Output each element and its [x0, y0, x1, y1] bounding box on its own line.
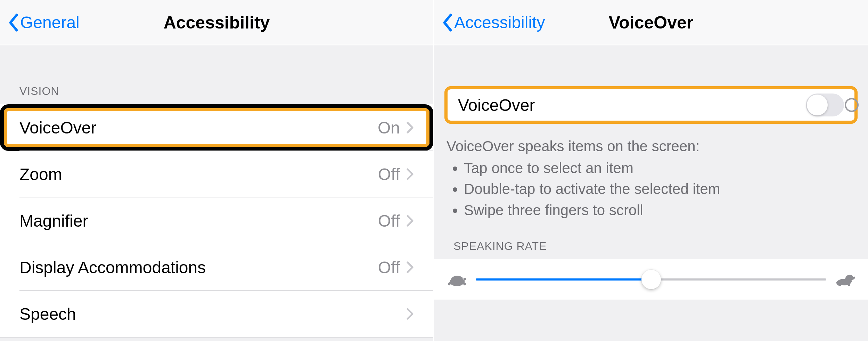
chevron-left-icon	[8, 14, 18, 32]
back-label: General	[20, 13, 80, 32]
row-magnifier[interactable]: Magnifier Off	[0, 197, 433, 244]
section-header-vision: VISION	[0, 45, 433, 104]
help-heading: VoiceOver speaks items on the screen:	[447, 137, 855, 156]
voiceover-settings-panel: Accessibility VoiceOver VoiceOver VoiceO…	[434, 0, 868, 341]
focus-ring-icon	[845, 98, 859, 112]
accessibility-settings-panel: General Accessibility VISION VoiceOver O…	[0, 0, 434, 341]
chevron-right-icon	[406, 261, 414, 274]
speaking-rate-slider-row	[434, 259, 868, 300]
page-title: Accessibility	[164, 13, 270, 33]
help-bullet: Double-tap to activate the selected item	[464, 180, 855, 199]
row-voiceover[interactable]: VoiceOver On	[0, 104, 433, 151]
slider-thumb[interactable]	[641, 270, 661, 289]
help-bullet: Tap once to select an item	[464, 159, 855, 178]
back-button-general[interactable]: General	[0, 13, 80, 32]
speaking-rate-slider[interactable]	[476, 278, 826, 281]
chevron-right-icon	[406, 308, 414, 320]
row-label: VoiceOver	[19, 118, 378, 137]
slider-fill	[476, 278, 651, 281]
row-value: Off	[378, 165, 400, 184]
row-label: Speech	[19, 305, 400, 324]
chevron-right-icon	[406, 121, 414, 134]
row-value: On	[378, 118, 400, 137]
back-button-accessibility[interactable]: Accessibility	[434, 13, 545, 32]
row-label: Magnifier	[19, 211, 378, 230]
chevron-right-icon	[406, 168, 414, 180]
page-title: VoiceOver	[609, 13, 694, 33]
navbar: General Accessibility	[0, 0, 433, 45]
tortoise-icon	[447, 272, 467, 287]
row-zoom[interactable]: Zoom Off	[0, 151, 433, 197]
row-speech[interactable]: Speech	[0, 291, 433, 337]
toggle-label: VoiceOver	[458, 96, 806, 115]
voiceover-help-text: VoiceOver speaks items on the screen: Ta…	[434, 124, 868, 220]
voiceover-toggle-row[interactable]: VoiceOver	[444, 86, 858, 124]
back-label: Accessibility	[454, 13, 545, 32]
chevron-left-icon	[442, 14, 452, 32]
row-value: Off	[378, 258, 400, 277]
section-header-speaking-rate: SPEAKING RATE	[434, 222, 868, 259]
navbar: Accessibility VoiceOver	[434, 0, 868, 45]
row-display-accommodations[interactable]: Display Accommodations Off	[0, 244, 433, 291]
vision-settings-list: VoiceOver On Zoom Off Magnifier Off Disp…	[0, 104, 433, 338]
help-bullet: Swipe three fingers to scroll	[464, 201, 855, 220]
chevron-right-icon	[406, 214, 414, 227]
row-value: Off	[378, 211, 400, 230]
voiceover-switch[interactable]	[806, 94, 844, 116]
row-label: Display Accommodations	[19, 258, 378, 277]
row-label: Zoom	[19, 165, 378, 184]
hare-icon	[835, 272, 855, 287]
